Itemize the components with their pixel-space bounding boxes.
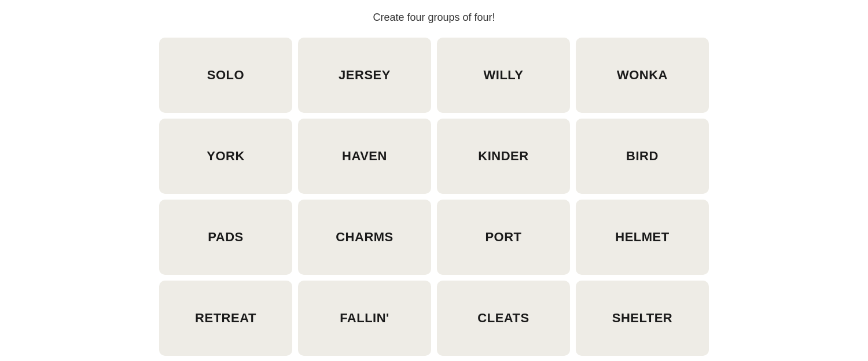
grid-cell-wonka[interactable]: WONKA: [576, 38, 709, 113]
grid-cell-kinder[interactable]: KINDER: [437, 119, 570, 194]
cell-label-pads: PADS: [208, 230, 244, 245]
cell-label-haven: HAVEN: [342, 149, 387, 164]
cell-label-york: YORK: [207, 149, 245, 164]
cell-label-solo: SOLO: [207, 68, 244, 83]
grid-cell-solo[interactable]: SOLO: [159, 38, 292, 113]
grid-cell-helmet[interactable]: HELMET: [576, 200, 709, 275]
grid-cell-haven[interactable]: HAVEN: [298, 119, 431, 194]
cell-label-helmet: HELMET: [615, 230, 669, 245]
cell-label-cleats: CLEATS: [477, 311, 529, 326]
cell-label-kinder: KINDER: [478, 149, 528, 164]
grid-cell-cleats[interactable]: CLEATS: [437, 281, 570, 356]
cell-label-port: PORT: [485, 230, 521, 245]
cell-label-fallin: FALLIN': [340, 311, 389, 326]
cell-label-jersey: JERSEY: [339, 68, 391, 83]
cell-label-willy: WILLY: [484, 68, 524, 83]
grid-cell-retreat[interactable]: RETREAT: [159, 281, 292, 356]
grid-cell-jersey[interactable]: JERSEY: [298, 38, 431, 113]
grid-cell-york[interactable]: YORK: [159, 119, 292, 194]
cell-label-wonka: WONKA: [617, 68, 668, 83]
cell-label-shelter: SHELTER: [612, 311, 673, 326]
word-grid: SOLOJERSEYWILLYWONKAYORKHAVENKINDERBIRDP…: [159, 38, 709, 356]
grid-cell-charms[interactable]: CHARMS: [298, 200, 431, 275]
grid-cell-shelter[interactable]: SHELTER: [576, 281, 709, 356]
cell-label-bird: BIRD: [626, 149, 659, 164]
grid-cell-fallin[interactable]: FALLIN': [298, 281, 431, 356]
grid-cell-pads[interactable]: PADS: [159, 200, 292, 275]
cell-label-retreat: RETREAT: [195, 311, 256, 326]
grid-cell-bird[interactable]: BIRD: [576, 119, 709, 194]
grid-cell-port[interactable]: PORT: [437, 200, 570, 275]
grid-cell-willy[interactable]: WILLY: [437, 38, 570, 113]
page-title: Create four groups of four!: [373, 12, 495, 24]
cell-label-charms: CHARMS: [336, 230, 393, 245]
